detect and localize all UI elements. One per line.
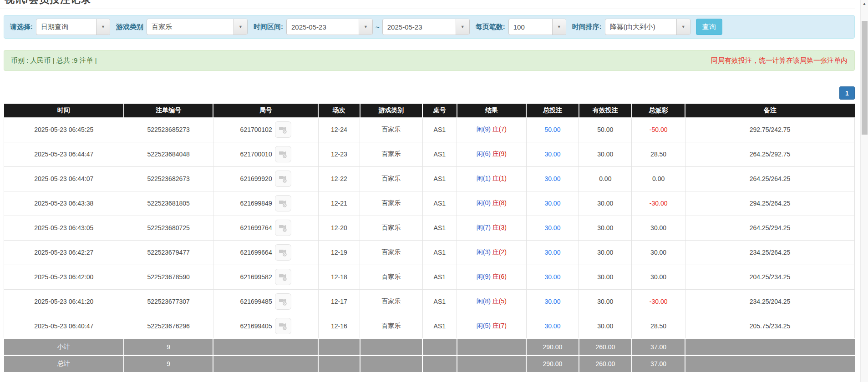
chevron-down-icon[interactable]: ▼	[676, 19, 690, 35]
date-from-select[interactable]: 2025-05-23 ▼	[286, 19, 373, 35]
cell-time: 2025-05-23 06:44:07	[4, 166, 124, 191]
cell-game: 百家乐	[360, 216, 422, 240]
scroll-up-icon[interactable]: ▲	[861, 0, 868, 7]
cell-valid-bet: 30.00	[579, 289, 632, 314]
col-header-remark: 备注	[685, 104, 854, 117]
query-type-select[interactable]: 日期查询 ▼	[36, 19, 110, 35]
video-replay-button[interactable]	[275, 318, 291, 334]
cell-game: 百家乐	[360, 314, 422, 338]
per-page-value: 100	[509, 19, 552, 35]
video-replay-button[interactable]	[275, 195, 291, 211]
cell-result: 闲(5) 庄(7)	[457, 314, 526, 338]
cell-total-bet-link[interactable]: 30.00	[526, 289, 579, 314]
cell-total-bet-link[interactable]: 30.00	[526, 142, 579, 166]
result-banker: 庄(8)	[492, 199, 507, 206]
cell-valid-bet: 30.00	[579, 216, 632, 240]
cell-result: 闲(9) 庄(6)	[457, 265, 526, 289]
cell-time: 2025-05-23 06:43:05	[4, 216, 124, 240]
summary-bar: 币别 : 人民币 | 总共 :9 注单 | 同局有效投注，统一计算在该局第一张注…	[4, 50, 855, 71]
chevron-down-icon[interactable]: ▼	[96, 19, 110, 35]
video-replay-button[interactable]	[275, 121, 291, 138]
video-icon	[279, 174, 288, 183]
cell-round: 621699582	[213, 265, 318, 289]
table-row: 2025-05-23 06:41:20 522523677307 6216994…	[4, 289, 855, 314]
title-clip: 视讯/会员投注记录	[0, 0, 868, 5]
page-1-button[interactable]: 1	[839, 86, 855, 100]
date-to-select[interactable]: 2025-05-23 ▼	[382, 19, 470, 35]
cell-total-bet-link[interactable]: 30.00	[526, 240, 579, 265]
cell-valid-bet: 30.00	[579, 142, 632, 166]
search-button[interactable]: 查询	[696, 19, 722, 35]
totals-label: 小计	[4, 338, 124, 355]
cell-round: 621700102	[213, 117, 318, 142]
cell-total-bet-link[interactable]: 30.00	[526, 265, 579, 289]
game-type-value: 百家乐	[147, 19, 233, 35]
video-replay-button[interactable]	[275, 171, 291, 187]
scrollbar-thumb[interactable]	[862, 21, 868, 135]
result-player: 闲(8)	[477, 297, 491, 305]
cell-result: 闲(7) 庄(3)	[457, 216, 526, 240]
chevron-down-icon[interactable]: ▼	[456, 19, 469, 35]
result-player: 闲(6)	[477, 150, 491, 157]
cell-valid-bet: 50.00	[579, 117, 632, 142]
cell-game: 百家乐	[360, 265, 422, 289]
cell-round: 621699485	[213, 289, 318, 314]
time-range-label: 时间区间:	[254, 23, 283, 31]
game-type-select[interactable]: 百家乐 ▼	[147, 19, 248, 35]
result-banker: 庄(9)	[492, 150, 507, 157]
video-replay-button[interactable]	[275, 293, 291, 310]
title-divider	[0, 9, 855, 9]
chevron-down-icon[interactable]: ▼	[552, 19, 566, 35]
col-header-payout: 总派彩	[632, 104, 685, 117]
cell-remark: 234.25/204.25	[685, 289, 854, 314]
chevron-down-icon[interactable]: ▼	[359, 19, 372, 35]
per-page-select[interactable]: 100 ▼	[508, 19, 566, 35]
chevron-down-icon[interactable]: ▼	[233, 19, 247, 35]
video-replay-button[interactable]	[275, 244, 291, 261]
video-replay-button[interactable]	[275, 146, 291, 162]
table-row: 2025-05-23 06:43:05 522523680725 6216997…	[4, 216, 855, 240]
sort-label: 时间排序:	[572, 23, 602, 31]
cell-remark: 264.25/294.25	[685, 216, 854, 240]
totals-body: 小计 9 290.00 260.00 37.00 总计 9 290.00 260…	[4, 338, 855, 372]
cell-time: 2025-05-23 06:43:38	[4, 191, 124, 216]
table-row: 2025-05-23 06:42:00 522523678590 6216995…	[4, 265, 855, 289]
cell-table-no: AS1	[422, 314, 457, 338]
cell-remark: 264.25/264.25	[685, 166, 854, 191]
video-replay-button[interactable]	[275, 220, 291, 236]
sort-value: 降冪(由大到小)	[605, 19, 676, 35]
cell-valid-bet: 30.00	[579, 191, 632, 216]
video-replay-button[interactable]	[275, 269, 291, 285]
cell-result: 闲(0) 庄(8)	[457, 191, 526, 216]
cell-total-bet-link[interactable]: 30.00	[526, 166, 579, 191]
totals-row: 小计 9 290.00 260.00 37.00	[4, 338, 855, 355]
totals-valid-bet: 260.00	[579, 355, 632, 372]
cell-payout: -30.00	[632, 289, 685, 314]
sort-select[interactable]: 降冪(由大到小) ▼	[605, 19, 690, 35]
cell-remark: 205.75/234.25	[685, 314, 854, 338]
cell-total-bet-link[interactable]: 30.00	[526, 314, 579, 338]
cell-remark: 294.25/264.25	[685, 191, 854, 216]
cell-time: 2025-05-23 06:42:00	[4, 265, 124, 289]
result-player: 闲(0)	[477, 199, 491, 206]
cell-round: 621700010	[213, 142, 318, 166]
result-banker: 庄(7)	[492, 126, 507, 133]
col-header-round: 局号	[213, 104, 318, 117]
cell-total-bet-link[interactable]: 30.00	[526, 191, 579, 216]
vertical-scrollbar[interactable]: ▲	[860, 0, 868, 382]
round-id: 621699764	[240, 224, 272, 231]
cell-bet-id: 522523684048	[124, 142, 213, 166]
cell-remark: 264.25/292.75	[685, 142, 854, 166]
cell-bet-id: 522523681805	[124, 191, 213, 216]
table-header-row: 时间 注单编号 局号 场次 游戏类别 桌号 结果 总投注 有效投注 总派彩 备注	[4, 104, 855, 117]
cell-payout: 0.00	[632, 166, 685, 191]
cell-table-no: AS1	[422, 166, 457, 191]
cell-total-bet-link[interactable]: 30.00	[526, 216, 579, 240]
cell-time: 2025-05-23 06:40:47	[4, 314, 124, 338]
cell-total-bet-link[interactable]: 50.00	[526, 117, 579, 142]
totals-payout: 37.00	[632, 355, 685, 372]
video-icon	[279, 199, 288, 208]
video-icon	[279, 272, 288, 281]
round-id: 621699664	[240, 249, 272, 256]
date-from-value: 2025-05-23	[287, 19, 359, 35]
